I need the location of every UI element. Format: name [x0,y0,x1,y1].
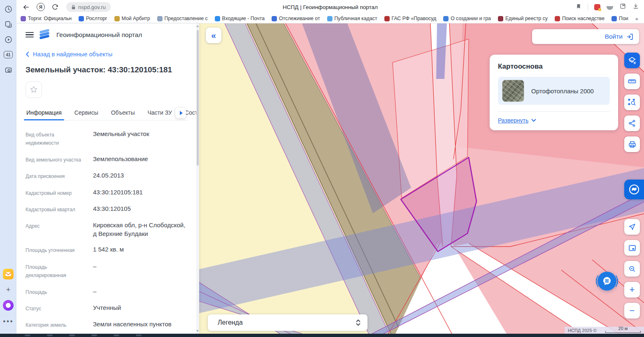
bookmark-favicon [498,16,503,21]
reload-icon[interactable] [51,3,59,11]
scroll-down-arrow[interactable] [196,330,199,332]
field-row: Кадастровый номер 43:30:120105:181 [26,188,188,197]
bookmark-favicon [327,16,332,21]
tab-counter-badge[interactable]: 41 [3,50,13,60]
bookmark-item[interactable]: Поиск наследстве [555,16,604,21]
divider [498,111,610,112]
expand-link[interactable]: Развернуть [498,117,610,124]
field-label: Категория земель [26,320,87,329]
bookmark-item[interactable]: ГАС РФ «Правосуд [384,16,437,21]
bookmark-item[interactable]: О создании и гра [443,16,491,21]
extension-icon[interactable] [594,4,600,10]
bookmark-item[interactable]: Входящие - Почта [215,16,265,21]
field-value: Земельный участок [93,129,188,148]
locate-button[interactable] [624,219,640,235]
back-icon[interactable] [22,3,30,11]
tab-3[interactable]: Части ЗУ [146,106,172,120]
nspd-assistant-button[interactable] [624,180,644,199]
bookmark-item[interactable]: Отслеживание от [272,16,320,21]
alice-assistant-icon[interactable] [3,300,14,311]
yandex-mail-icon[interactable] [3,269,14,279]
area-search-icon [628,98,637,107]
basemap-card: Картооснова Ортофотопланы 2000 Развернут… [490,55,618,130]
bookmarks-overflow-chevron[interactable]: » [635,16,640,22]
share-button[interactable] [624,115,640,131]
scrollbar-thumb[interactable] [197,30,199,166]
mini-map-button[interactable] [624,240,640,256]
video-icon[interactable] [3,35,13,44]
field-label: Площадь уточненная [26,245,87,254]
tabs-scroll-right-button[interactable] [175,108,186,118]
print-button[interactable] [624,136,640,152]
downloads-icon[interactable] [632,3,639,11]
menu-hamburger-icon[interactable] [26,30,34,39]
bookmark-favicon [611,16,617,21]
panel-scrollbar[interactable] [196,23,199,334]
yandex-home-icon[interactable]: Я [37,3,45,11]
map-area[interactable]: « Войти Картооснова Ортофотопланы 2000 Р… [199,23,644,334]
panels-icon[interactable] [3,19,13,29]
bookmark-label: Поиск наследстве [562,16,604,21]
chat-widget[interactable] [596,270,618,292]
bookmark-item[interactable]: Единый реестр су [498,16,548,21]
measure-button[interactable] [624,74,640,89]
tabs-list: Информация Сервисы Объекты Части ЗУ Сост… [26,106,199,120]
bookmark-favicon [215,16,220,21]
field-value: – [93,287,188,296]
bookmark-item[interactable]: Торги: Официальн [21,16,72,21]
bookmark-label: ГАС РФ «Правосуд [392,16,437,21]
back-to-results-link[interactable]: Назад в найденные объекты [26,51,188,58]
screenshot-icon[interactable] [3,65,13,75]
object-fields: Вид объекта недвижимости Земельный участ… [26,129,188,334]
tab-information[interactable]: Информация [26,106,63,120]
bookmark-label: Мой Арбитр [122,16,150,21]
search-location-button[interactable] [624,261,640,277]
field-label: Вид земельного участка [26,155,87,164]
legend-expand-icon[interactable] [356,319,361,326]
chat-bubble-icon[interactable] [598,272,616,291]
clear-layers-button[interactable] [624,53,640,68]
ruler-icon [628,77,637,86]
print-icon [628,140,637,149]
legend-bar[interactable]: Легенда [208,314,367,331]
collections-icon[interactable] [619,3,626,11]
chevron-down-icon [531,119,536,122]
scroll-up-arrow[interactable] [196,25,199,27]
add-panel-icon[interactable]: + [3,285,13,295]
field-value: Кировская обл, р-н Слободской, д Верхние… [93,221,188,238]
basemap-layer-row[interactable]: Ортофотопланы 2000 [498,77,610,105]
share-icon [628,119,636,127]
tab-1[interactable]: Сервисы [74,106,99,120]
panel-collapse-button[interactable]: « [206,28,221,43]
browser-sidebar: 41 + ●●● [0,0,16,334]
page-tab-title[interactable]: НСПД | Геоинформационный портал [283,4,378,10]
area-search-button[interactable] [624,95,640,110]
bookmark-favicon [79,16,84,21]
scale-label: 20 м [618,326,628,331]
address-bar[interactable]: nspd.gov.ru [66,2,111,12]
zoom-in-button[interactable]: + [624,282,640,298]
bookmark-label: О создании и гра [451,16,491,21]
bookmark-label: Рослторг [86,16,107,21]
bookmark-item[interactable]: Поиск индекса — [611,16,628,21]
field-label: Кадастровый номер [26,188,87,197]
bookmark-item[interactable]: Мой Арбитр [114,16,150,21]
login-button[interactable]: Войти [532,29,639,44]
divider [588,4,588,10]
bookmark-flag-icon[interactable] [576,3,581,11]
tab-2[interactable]: Объекты [110,106,136,120]
field-row: Адрес Кировская обл, р-н Слободской, д В… [26,221,188,238]
history-icon[interactable] [3,4,13,14]
basemap-title: Картооснова [498,62,610,71]
profile-avatar-icon[interactable] [607,6,613,10]
bookmark-item[interactable]: Публичная кадаст [327,16,377,21]
more-options-icon[interactable]: ●●● [3,316,13,326]
panel-tabs: Информация Сервисы Объекты Части ЗУ Сост… [26,106,188,120]
favorite-star-button[interactable] [26,81,42,98]
bookmark-item[interactable]: Рослторг [79,16,107,21]
bookmark-favicon [157,16,163,21]
field-row: Дата присвоения 24.05.2013 [26,171,188,180]
bookmark-item[interactable]: Предоставление с [157,16,208,21]
zoom-out-button[interactable]: − [624,303,640,319]
tab-count: 41 [4,51,13,58]
